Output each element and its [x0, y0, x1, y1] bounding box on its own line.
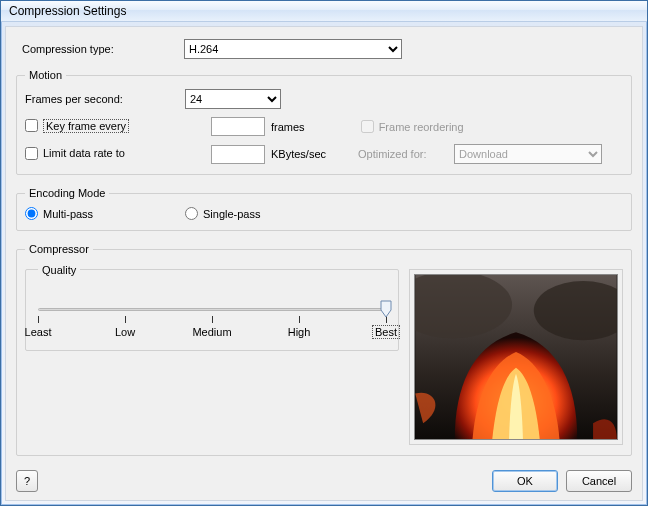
slider-label-least: Least [25, 326, 52, 338]
fps-select[interactable]: 24 [185, 89, 281, 109]
motion-group: Motion Frames per second: 24 Key frame e… [16, 69, 632, 175]
preview-frame [409, 269, 623, 445]
titlebar[interactable]: Compression Settings [1, 1, 647, 22]
slider-track [38, 308, 386, 311]
slider-tick [299, 316, 300, 323]
limit-rate-checkbox[interactable]: Limit data rate to [25, 147, 125, 160]
compressor-legend: Compressor [25, 243, 93, 255]
compressor-group: Compressor Quality LeastLowMediumHighBes… [16, 243, 632, 456]
slider-label-high: High [288, 326, 311, 338]
encoding-mode-group: Encoding Mode Multi-pass Single-pass [16, 187, 632, 231]
compression-type-label: Compression type: [16, 43, 184, 55]
compression-type-select[interactable]: H.264 [184, 39, 402, 59]
multi-pass-label: Multi-pass [43, 208, 93, 220]
slider-tick [125, 316, 126, 323]
multi-pass-input[interactable] [25, 207, 38, 220]
limit-rate-unit: KBytes/sec [271, 148, 326, 160]
keyframe-unit: frames [271, 121, 305, 133]
encoding-mode-legend: Encoding Mode [25, 187, 109, 199]
single-pass-input[interactable] [185, 207, 198, 220]
help-button[interactable]: ? [16, 470, 38, 492]
quality-slider[interactable]: LeastLowMediumHighBest [38, 298, 386, 338]
limit-rate-value[interactable] [211, 145, 265, 164]
svg-marker-0 [381, 301, 391, 317]
frame-reordering-input [361, 120, 374, 133]
limit-rate-input[interactable] [25, 147, 38, 160]
limit-rate-label: Limit data rate to [43, 147, 125, 159]
multi-pass-radio[interactable]: Multi-pass [25, 207, 185, 220]
optimized-for-label: Optimized for: [358, 148, 454, 160]
motion-legend: Motion [25, 69, 66, 81]
slider-tick [38, 316, 39, 323]
frame-reordering-label: Frame reordering [379, 121, 464, 133]
keyframe-input[interactable] [211, 117, 265, 136]
keyframe-checkbox[interactable]: Key frame every [25, 119, 129, 133]
keyframe-checkbox-input[interactable] [25, 119, 38, 132]
slider-label-medium: Medium [192, 326, 231, 338]
quality-legend: Quality [38, 264, 80, 276]
fps-label: Frames per second: [25, 93, 185, 105]
preview-image [414, 274, 618, 440]
ok-button[interactable]: OK [492, 470, 558, 492]
keyframe-label: Key frame every [43, 119, 129, 133]
optimized-for-select: Download [454, 144, 602, 164]
cancel-button[interactable]: Cancel [566, 470, 632, 492]
single-pass-radio[interactable]: Single-pass [185, 207, 260, 220]
dialog-footer: ? OK Cancel [16, 460, 632, 492]
quality-group: Quality LeastLowMediumHighBest [25, 269, 399, 351]
slider-thumb[interactable] [380, 300, 392, 318]
frame-reordering-checkbox: Frame reordering [361, 120, 464, 133]
window-title: Compression Settings [9, 4, 126, 18]
slider-label-low: Low [115, 326, 135, 338]
slider-label-best: Best [372, 326, 400, 338]
slider-tick [212, 316, 213, 323]
client-area: Compression type: H.264 Motion Frames pe… [5, 26, 643, 501]
single-pass-label: Single-pass [203, 208, 260, 220]
compression-settings-window: Compression Settings Compression type: H… [0, 0, 648, 506]
